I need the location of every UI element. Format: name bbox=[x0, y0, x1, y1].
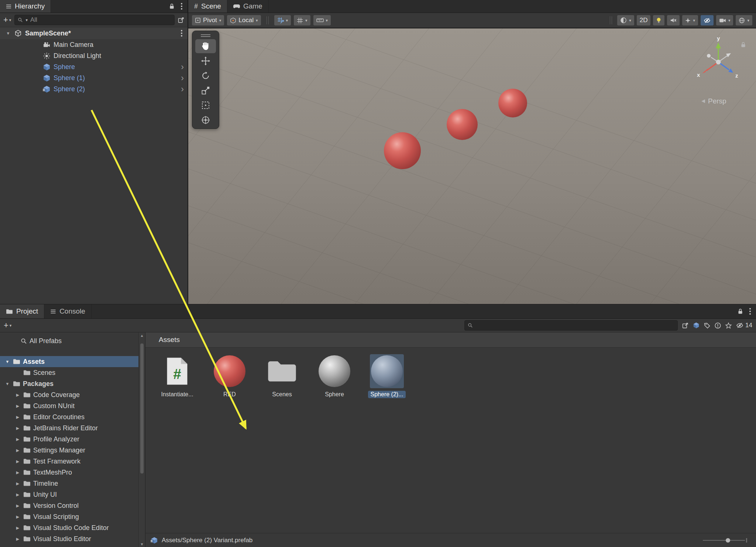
expander-closed-icon[interactable]: ▶ bbox=[15, 459, 21, 464]
tab-project[interactable]: Project bbox=[0, 304, 44, 318]
sidebar-item-package[interactable]: ▶Custom NUnit bbox=[0, 400, 138, 411]
tab-hierarchy[interactable]: Hierarchy bbox=[0, 0, 51, 13]
sidebar-item-package[interactable]: ▶Test Framework bbox=[0, 456, 138, 467]
scene-object-sphere[interactable] bbox=[384, 132, 421, 169]
grid-snapping-button[interactable]: ▾ bbox=[274, 15, 291, 25]
search-by-type-button[interactable] bbox=[693, 322, 700, 329]
kebab-menu-icon[interactable] bbox=[181, 6, 182, 7]
expander-closed-icon[interactable]: ▶ bbox=[15, 437, 21, 441]
kebab-menu-icon[interactable] bbox=[749, 311, 751, 312]
thumbnail-zoom-slider[interactable] bbox=[703, 537, 747, 543]
expander-closed-icon[interactable]: ▶ bbox=[15, 471, 21, 475]
hierarchy-search-input[interactable]: ▾ All bbox=[14, 15, 175, 25]
scene-object-sphere-2[interactable] bbox=[498, 89, 527, 117]
expander-closed-icon[interactable]: ▶ bbox=[15, 515, 21, 519]
hierarchy-item-main-camera[interactable]: Main Camera bbox=[0, 39, 188, 50]
pivot-mode-button[interactable]: Pivot ▾ bbox=[192, 15, 224, 25]
search-by-log-button[interactable] bbox=[715, 322, 721, 329]
sidebar-item-packages[interactable]: ▼ Packages bbox=[0, 378, 138, 389]
sidebar-item-package[interactable]: ▶JetBrains Rider Editor bbox=[0, 423, 138, 434]
lighting-toggle-button[interactable] bbox=[653, 15, 664, 25]
sidebar-item-package[interactable]: ▶Version Control bbox=[0, 500, 138, 511]
asset-tile-scenes-folder[interactable]: Scenes bbox=[264, 354, 300, 398]
scene-header-row[interactable]: ▼ SampleScene* bbox=[0, 27, 188, 39]
expander-closed-icon[interactable]: ▶ bbox=[15, 426, 21, 430]
tab-scene[interactable]: # Scene bbox=[188, 0, 227, 13]
create-asset-button[interactable]: +▾ bbox=[4, 321, 11, 329]
scene-visibility-button[interactable] bbox=[701, 15, 714, 25]
sidebar-item-scenes[interactable]: Scenes bbox=[0, 367, 138, 378]
prefab-chevron-icon[interactable]: › bbox=[181, 63, 184, 71]
expander-closed-icon[interactable]: ▶ bbox=[15, 393, 21, 397]
grid-visibility-button[interactable]: ▾ bbox=[294, 15, 310, 25]
scene-viewport[interactable]: y x z Persp bbox=[188, 28, 756, 304]
expander-open-icon[interactable]: ▼ bbox=[5, 31, 11, 35]
sidebar-item-package[interactable]: ▶Visual Scripting bbox=[0, 511, 138, 522]
draw-mode-button[interactable]: ▾ bbox=[617, 15, 634, 25]
transform-tool-button[interactable] bbox=[195, 113, 216, 127]
sidebar-item-assets[interactable]: ▼ Assets bbox=[0, 356, 138, 367]
asset-tile-sphere-2-variant[interactable]: Sphere (2)... bbox=[368, 354, 405, 398]
rotate-tool-button[interactable] bbox=[195, 69, 216, 83]
2d-toggle-button[interactable]: 2D bbox=[637, 15, 651, 25]
snap-increment-button[interactable]: ▾ bbox=[313, 15, 331, 25]
slider-track[interactable] bbox=[703, 540, 745, 541]
open-search-window-icon[interactable] bbox=[178, 17, 184, 23]
expander-closed-icon[interactable]: ▶ bbox=[15, 404, 21, 408]
hierarchy-item-sphere[interactable]: Sphere › bbox=[0, 61, 188, 72]
search-by-label-button[interactable] bbox=[704, 322, 710, 329]
sidebar-item-package[interactable]: ▶TextMeshPro bbox=[0, 467, 138, 478]
gizmo-y-label[interactable]: y bbox=[717, 35, 720, 41]
expander-closed-icon[interactable]: ▶ bbox=[15, 526, 21, 530]
projection-toggle[interactable]: Persp bbox=[701, 97, 726, 105]
asset-tile-sphere-prefab[interactable]: Sphere bbox=[316, 354, 353, 398]
view-hand-tool-button[interactable] bbox=[195, 39, 216, 53]
gizmo-x-label[interactable]: x bbox=[697, 72, 700, 78]
scene-object-sphere-1[interactable] bbox=[447, 109, 478, 140]
effects-toggle-button[interactable]: ▾ bbox=[682, 15, 698, 25]
scrollbar-thumb[interactable] bbox=[140, 343, 144, 474]
save-search-button[interactable] bbox=[725, 322, 732, 329]
sidebar-item-package[interactable]: ▶Visual Studio Editor bbox=[0, 533, 138, 544]
expander-closed-icon[interactable]: ▶ bbox=[15, 415, 21, 419]
overlay-drag-handle[interactable] bbox=[193, 33, 218, 38]
slider-thumb[interactable] bbox=[726, 538, 730, 543]
expander-closed-icon[interactable]: ▶ bbox=[15, 448, 21, 452]
audio-toggle-button[interactable] bbox=[667, 15, 680, 25]
tab-console[interactable]: Console bbox=[44, 304, 92, 318]
lock-icon[interactable] bbox=[738, 308, 743, 314]
kebab-menu-icon[interactable] bbox=[181, 33, 182, 34]
prefab-chevron-icon[interactable]: › bbox=[181, 85, 184, 93]
sidebar-scrollbar[interactable]: ▲ ▼ bbox=[138, 332, 145, 547]
asset-tile-red-material[interactable]: RED bbox=[211, 354, 248, 398]
expander-closed-icon[interactable]: ▶ bbox=[15, 504, 21, 508]
expander-open-icon[interactable]: ▼ bbox=[4, 382, 10, 386]
hierarchy-item-directional-light[interactable]: Directional Light bbox=[0, 50, 188, 61]
sidebar-item-package[interactable]: ▶Unity UI bbox=[0, 489, 138, 500]
sidebar-item-package[interactable]: ▶Timeline bbox=[0, 478, 138, 489]
scroll-up-arrow[interactable]: ▲ bbox=[139, 334, 145, 338]
project-search-input[interactable] bbox=[464, 320, 678, 331]
gizmo-z-label[interactable]: z bbox=[735, 72, 738, 79]
sidebar-item-package[interactable]: ▶Settings Manager bbox=[0, 445, 138, 456]
sidebar-item-package[interactable]: ▶Visual Studio Code Editor bbox=[0, 522, 138, 533]
expander-closed-icon[interactable]: ▶ bbox=[15, 537, 21, 541]
sidebar-item-package[interactable]: ▶Profile Analyzer bbox=[0, 434, 138, 445]
assets-breadcrumb-header[interactable]: Assets bbox=[145, 332, 756, 348]
hierarchy-item-sphere-1[interactable]: Sphere (1) › bbox=[0, 72, 188, 83]
hidden-items-toggle[interactable]: 14 bbox=[736, 322, 752, 329]
sidebar-item-all-prefabs[interactable]: All Prefabs bbox=[0, 335, 138, 346]
prefab-chevron-icon[interactable]: › bbox=[181, 74, 184, 82]
sidebar-item-package[interactable]: ▶Editor Coroutines bbox=[0, 411, 138, 423]
hierarchy-item-sphere-2[interactable]: Sphere (2) › bbox=[0, 83, 188, 95]
create-object-button[interactable]: +▾ bbox=[3, 16, 11, 24]
scale-tool-button[interactable] bbox=[195, 83, 216, 98]
tab-game[interactable]: Game bbox=[227, 0, 269, 13]
expander-closed-icon[interactable]: ▶ bbox=[15, 482, 21, 486]
move-tool-button[interactable] bbox=[195, 54, 216, 68]
scroll-down-arrow[interactable]: ▼ bbox=[139, 542, 145, 546]
expander-closed-icon[interactable]: ▶ bbox=[15, 493, 21, 497]
sidebar-item-package[interactable]: ▶Code Coverage bbox=[0, 389, 138, 400]
open-search-window-button[interactable] bbox=[682, 322, 688, 329]
asset-tile-instantiate-script[interactable]: # Instantiate... bbox=[159, 354, 196, 398]
